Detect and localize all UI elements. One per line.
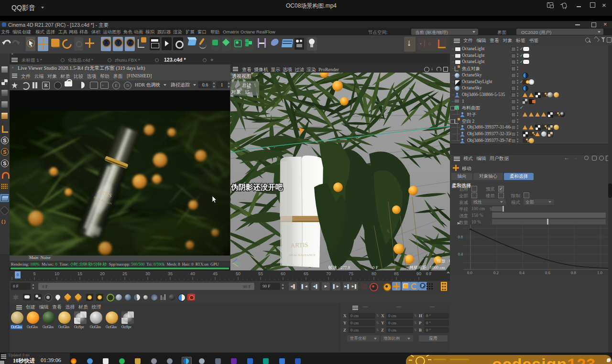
svg-text:75: 75 <box>349 271 353 276</box>
svg-text:缩放 : 0: 缩放 : 0 <box>437 258 450 263</box>
svg-text:REAL RADIANCE: REAL RADIANCE <box>289 253 316 257</box>
svg-text:50: 50 <box>236 271 240 276</box>
svg-text:1.0: 1.0 <box>597 270 602 275</box>
svg-text:伪阴影还没开吧: 伪阴影还没开吧 <box>230 183 283 191</box>
svg-text:65: 65 <box>304 271 308 276</box>
svg-text:10: 10 <box>55 271 59 276</box>
svg-text:ARTIS: ARTIS <box>291 241 308 249</box>
svg-text:透视视图: 透视视图 <box>232 74 251 79</box>
svg-text:网格间距 : 1000 cm: 网格间距 : 1000 cm <box>409 265 445 270</box>
svg-text:70: 70 <box>326 271 331 276</box>
svg-text:55: 55 <box>258 271 263 276</box>
svg-text:0.4: 0.4 <box>458 252 463 257</box>
svg-text:60: 60 <box>281 271 285 276</box>
svg-text:0 F: 0 F <box>426 271 432 276</box>
svg-text:0.8: 0.8 <box>571 270 576 275</box>
svg-text:0 F: 0 F <box>372 265 378 270</box>
svg-text:80: 80 <box>372 271 376 276</box>
svg-text:帧速 : 277.8: 帧速 : 277.8 <box>328 265 350 270</box>
svg-text:0: 0 <box>17 273 19 277</box>
svg-text:对象: 对象 <box>231 89 241 95</box>
svg-text:5: 5 <box>33 271 35 276</box>
svg-text:0.6: 0.6 <box>545 270 550 275</box>
svg-text:0.0: 0.0 <box>467 270 472 275</box>
svg-text:总计: 总计 <box>242 83 251 88</box>
svg-text:15: 15 <box>245 89 250 95</box>
svg-text:25: 25 <box>122 271 127 276</box>
svg-text:0.2: 0.2 <box>493 270 499 275</box>
svg-text:0.8: 0.8 <box>458 235 463 239</box>
svg-text:0.4: 0.4 <box>519 270 525 275</box>
svg-text:85: 85 <box>394 271 399 276</box>
svg-text:20: 20 <box>100 271 105 276</box>
svg-text:30: 30 <box>145 271 150 276</box>
svg-text:90: 90 <box>416 271 421 276</box>
svg-text:35: 35 <box>168 271 173 276</box>
svg-text:15: 15 <box>77 271 82 276</box>
svg-text:45: 45 <box>213 271 218 276</box>
svg-text:40: 40 <box>190 271 195 276</box>
